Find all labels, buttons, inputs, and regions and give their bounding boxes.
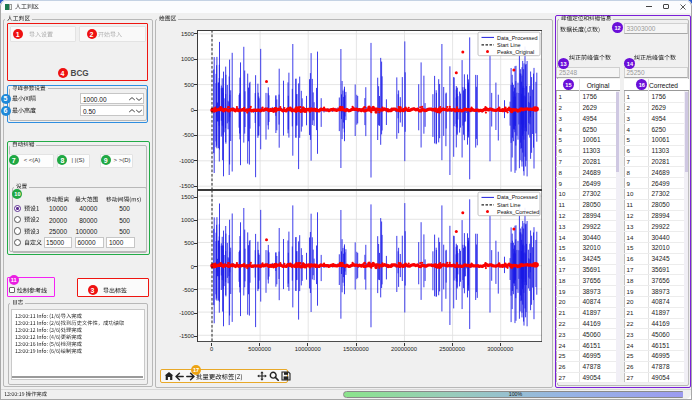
svg-text:Data_Processed: Data_Processed [496, 195, 537, 201]
svg-text:Start Line: Start Line [496, 202, 519, 208]
svg-text:Data_Processed: Data_Processed [497, 35, 538, 41]
svg-text:Start Line: Start Line [497, 42, 521, 48]
svg-text:Peaks_Original: Peaks_Original [497, 49, 534, 55]
svg-text:Peaks_Corrected: Peaks_Corrected [496, 209, 538, 215]
